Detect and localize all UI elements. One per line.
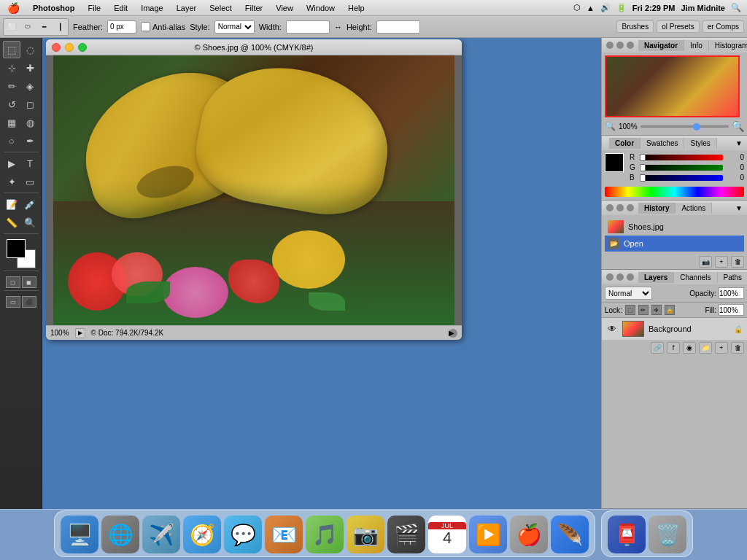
g-slider[interactable] <box>640 165 723 171</box>
tab-histogram[interactable]: Histogram <box>709 40 747 51</box>
delete-layer[interactable]: 🗑 <box>731 342 744 354</box>
zoom-slider[interactable] <box>640 125 729 128</box>
history-item-shoes[interactable]: Shoes.jpg <box>605 218 744 236</box>
brushes-button[interactable]: Brushes <box>616 20 654 33</box>
comps-button[interactable]: er Comps <box>703 20 744 33</box>
tab-paths[interactable]: Paths <box>718 272 747 283</box>
dock-mail[interactable]: 📧 <box>265 516 303 553</box>
marquee-tool[interactable]: ⬚ <box>3 41 20 58</box>
zoom-out-icon[interactable]: 🔍 <box>605 121 616 131</box>
pen-freeform[interactable]: ✦ <box>3 173 20 190</box>
panel-close[interactable] <box>606 42 614 49</box>
menu-select[interactable]: Select <box>204 2 238 14</box>
layer-item-background[interactable]: 👁 Background 🔒 <box>602 318 747 341</box>
path-select[interactable]: ▶ <box>3 155 20 172</box>
blend-mode-select[interactable]: Normal <box>605 287 652 300</box>
dock-safari[interactable]: 🧭 <box>183 516 221 553</box>
color-picker[interactable] <box>7 239 36 268</box>
menu-window[interactable]: Window <box>301 2 341 14</box>
add-style[interactable]: f <box>667 342 680 354</box>
color-spectrum[interactable] <box>605 187 744 197</box>
row-select-btn[interactable]: ━ <box>36 20 51 34</box>
shape-tool[interactable]: ▭ <box>21 173 39 190</box>
panel-max[interactable] <box>627 42 634 49</box>
history-create-layer[interactable]: + <box>715 256 728 268</box>
dock-ical[interactable]: JUL 4 <box>428 516 466 553</box>
b-slider[interactable] <box>640 175 723 181</box>
full-view[interactable]: ⬛ <box>22 296 36 308</box>
layer-visibility[interactable]: 👁 <box>606 323 618 335</box>
crop-tool[interactable]: ⊹ <box>3 59 20 77</box>
width-input[interactable] <box>286 20 330 34</box>
lasso-tool[interactable]: ◌ <box>21 41 39 58</box>
maximize-button[interactable] <box>78 43 87 52</box>
menu-help[interactable]: Help <box>342 2 371 14</box>
style-select[interactable]: Normal <box>214 20 255 34</box>
panel-min[interactable] <box>616 42 624 49</box>
text-tool[interactable]: T <box>21 155 39 172</box>
menu-filter[interactable]: Filter <box>239 2 268 14</box>
notes-tool[interactable]: 📝 <box>3 195 20 213</box>
standard-view[interactable]: ▭ <box>6 296 20 308</box>
history-create-snapshot[interactable]: 📷 <box>699 256 712 268</box>
opacity-input[interactable] <box>719 287 744 299</box>
presets-button[interactable]: ol Presets <box>657 20 699 33</box>
layers-close[interactable] <box>606 273 614 281</box>
username[interactable]: Jim Midnite <box>681 4 725 12</box>
apple-menu[interactable]: 🍎 <box>0 2 27 14</box>
minimize-button[interactable] <box>65 43 74 52</box>
hist-close[interactable] <box>606 204 614 211</box>
dock-iphoto[interactable]: 📷 <box>347 516 384 553</box>
height-input[interactable] <box>376 20 420 34</box>
measure-tool[interactable]: 📏 <box>3 214 20 231</box>
dock-mail-compose[interactable]: ✈️ <box>142 516 180 553</box>
dock-network[interactable]: 🌐 <box>101 516 139 553</box>
dodge-tool[interactable]: ○ <box>3 132 20 149</box>
hist-max[interactable] <box>627 204 634 211</box>
tab-navigator[interactable]: Navigator <box>638 40 684 51</box>
tab-styles[interactable]: Styles <box>684 138 716 149</box>
foreground-color[interactable] <box>7 239 26 258</box>
tab-channels[interactable]: Channels <box>674 272 717 283</box>
r-slider[interactable] <box>640 155 723 160</box>
tab-swatches[interactable]: Swatches <box>640 138 684 149</box>
new-group[interactable]: 📁 <box>699 342 712 354</box>
layers-max[interactable] <box>627 273 634 281</box>
heal-tool[interactable]: ✚ <box>21 59 39 77</box>
ellipse-select-btn[interactable]: ⬭ <box>20 20 35 34</box>
anti-alias-checkbox[interactable] <box>141 22 150 31</box>
blur-tool[interactable]: ◍ <box>21 114 39 131</box>
eyedropper-tool[interactable]: 💉 <box>21 195 39 213</box>
zoom-tool[interactable]: 🔍 <box>21 214 39 231</box>
color-expand[interactable]: ▼ <box>735 139 743 147</box>
dock-facetime[interactable]: 💬 <box>224 516 262 553</box>
hist-min[interactable] <box>616 204 624 211</box>
dock-itunes[interactable]: 🎵 <box>306 516 344 553</box>
col-select-btn[interactable]: ┃ <box>53 20 67 34</box>
close-button[interactable] <box>52 43 61 52</box>
dock-feather[interactable]: 🪶 <box>551 516 589 553</box>
layers-min[interactable] <box>616 273 624 281</box>
standard-mode[interactable]: ◻ <box>6 276 20 288</box>
zoom-in-icon[interactable]: 🔍 <box>732 120 744 132</box>
add-mask[interactable]: ◉ <box>683 342 696 354</box>
history-brush[interactable]: ↺ <box>3 96 20 113</box>
eraser-tool[interactable]: ◻ <box>21 96 39 113</box>
tab-info[interactable]: Info <box>684 40 709 51</box>
lock-transparent[interactable]: ⬚ <box>625 305 635 315</box>
link-layers[interactable]: 🔗 <box>651 342 664 354</box>
lock-position[interactable]: ✛ <box>651 305 662 315</box>
brush-tool[interactable]: ✏ <box>3 77 20 95</box>
tab-layers[interactable]: Layers <box>638 272 674 283</box>
fill-input[interactable] <box>719 304 744 316</box>
canvas-area[interactable] <box>46 55 462 325</box>
feather-input[interactable] <box>107 20 136 34</box>
dock-quicktime[interactable]: ▶️ <box>469 516 507 553</box>
tab-color[interactable]: Color <box>609 138 640 149</box>
dock-finder[interactable]: 🖥️ <box>61 516 98 553</box>
pen-tool[interactable]: ✒ <box>21 132 39 149</box>
menu-image[interactable]: Image <box>135 2 169 14</box>
history-item-open[interactable]: 📂 Open <box>605 236 744 252</box>
gradient-tool[interactable]: ▦ <box>3 114 20 131</box>
spotlight-icon[interactable]: 🔍 <box>731 3 741 12</box>
